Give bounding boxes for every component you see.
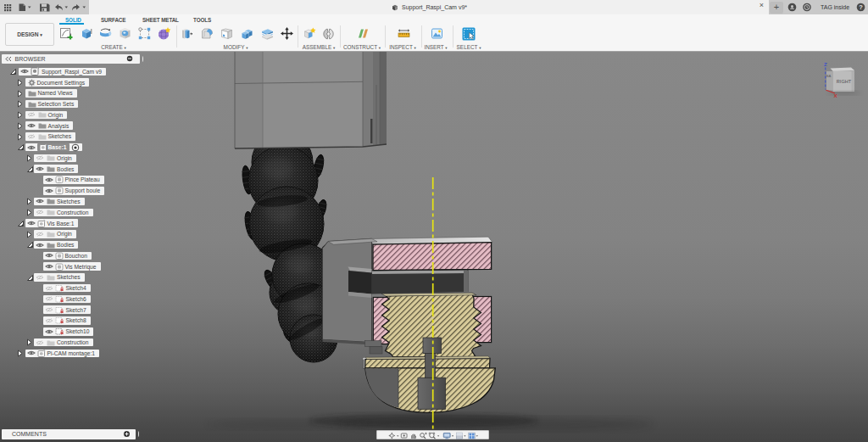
svg-text:RIGHT: RIGHT [837, 79, 852, 84]
svg-text:BA: BA [826, 74, 832, 78]
svg-text:?: ? [859, 3, 863, 11]
svg-text:Z: Z [824, 61, 827, 67]
